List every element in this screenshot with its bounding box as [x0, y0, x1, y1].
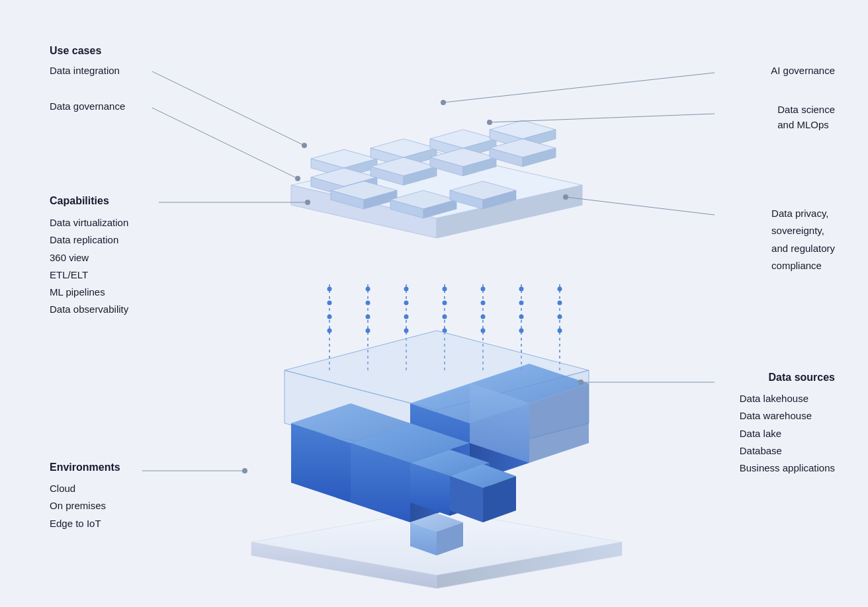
svg-point-29	[519, 287, 524, 292]
svg-point-111	[563, 194, 568, 200]
svg-point-36	[558, 315, 562, 319]
svg-point-11	[366, 315, 370, 319]
svg-point-6	[327, 315, 332, 319]
svg-point-31	[519, 315, 524, 319]
svg-point-113	[578, 380, 584, 385]
svg-point-37	[558, 329, 562, 333]
svg-point-12	[366, 329, 370, 333]
svg-point-30	[519, 301, 524, 305]
svg-point-105	[242, 468, 247, 473]
svg-line-110	[566, 197, 715, 215]
svg-point-16	[404, 315, 409, 319]
svg-line-98	[152, 71, 304, 145]
svg-point-107	[441, 100, 446, 105]
svg-point-35	[558, 301, 562, 305]
svg-point-34	[558, 287, 562, 292]
svg-point-9	[366, 287, 370, 292]
svg-point-103	[305, 200, 310, 205]
svg-point-20	[443, 301, 447, 305]
svg-point-101	[295, 176, 300, 181]
svg-point-25	[481, 301, 486, 305]
svg-point-26	[481, 315, 486, 319]
svg-point-10	[366, 301, 370, 305]
svg-point-24	[481, 287, 486, 292]
svg-point-99	[302, 143, 307, 148]
svg-point-17	[404, 329, 409, 333]
svg-point-27	[481, 329, 486, 333]
svg-line-100	[152, 108, 298, 179]
diagram-svg	[0, 0, 868, 607]
svg-point-14	[404, 287, 409, 292]
svg-point-15	[404, 301, 409, 305]
svg-point-109	[487, 120, 492, 125]
svg-line-106	[443, 73, 715, 102]
svg-point-4	[327, 287, 332, 292]
svg-point-19	[443, 287, 447, 292]
svg-point-7	[327, 329, 332, 333]
svg-point-32	[519, 329, 524, 333]
svg-point-21	[443, 315, 447, 319]
svg-point-5	[327, 301, 332, 305]
svg-line-108	[490, 114, 715, 122]
